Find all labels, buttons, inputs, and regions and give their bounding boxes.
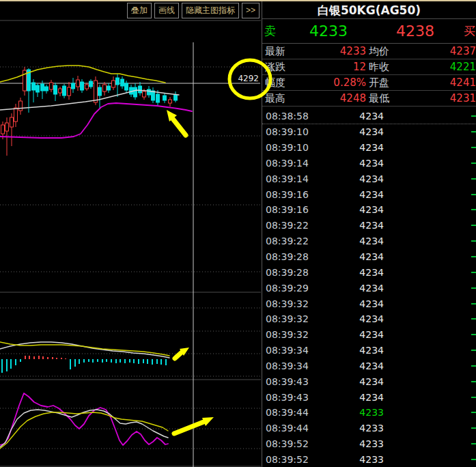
candle-body bbox=[81, 82, 84, 90]
trade-time: 08:39:10 bbox=[262, 126, 325, 137]
candlestick-chart-svg[interactable]: 4292 bbox=[0, 0, 261, 467]
info-label: 最新 bbox=[262, 45, 298, 58]
trade-time: 08:39:14 bbox=[262, 158, 325, 169]
trade-price: 4234 bbox=[325, 345, 384, 356]
trade-volume-dash bbox=[471, 427, 476, 429]
trade-volume-dash bbox=[471, 209, 476, 210]
trade-row: 08:39:164234 bbox=[262, 186, 476, 202]
trade-time: 08:38:58 bbox=[262, 111, 325, 122]
info-value: 4221 bbox=[408, 61, 476, 73]
trade-row: 08:39:324234 bbox=[262, 311, 476, 327]
info-value: 12 bbox=[298, 61, 366, 73]
info-value: 4233 bbox=[298, 45, 366, 57]
trade-price: 4234 bbox=[325, 376, 384, 387]
trade-price: 4234 bbox=[325, 313, 384, 324]
candle-body bbox=[148, 89, 151, 95]
info-label: 均价 bbox=[366, 45, 408, 58]
trade-row: 08:39:444233 bbox=[262, 405, 476, 421]
trade-time: 08:39:32 bbox=[262, 298, 325, 309]
trade-row: 08:39:164234 bbox=[262, 202, 476, 218]
candle-body bbox=[5, 123, 9, 131]
trade-row: 08:39:434234 bbox=[262, 389, 476, 405]
trade-time: 08:39:14 bbox=[262, 173, 325, 184]
trade-price: 4234 bbox=[325, 360, 384, 371]
trade-price: 4234 bbox=[325, 329, 384, 340]
trade-volume-dash bbox=[471, 443, 476, 444]
info-value: 4237 bbox=[408, 45, 476, 57]
info-value: 4231 bbox=[408, 92, 476, 104]
overlay-button[interactable]: 叠加 bbox=[127, 3, 152, 18]
trade-row: 08:39:104234 bbox=[262, 140, 476, 156]
kdj-j-line bbox=[0, 393, 168, 445]
candle-body bbox=[89, 81, 93, 87]
trade-time: 08:39:16 bbox=[262, 189, 325, 200]
trade-time: 08:39:28 bbox=[262, 267, 325, 278]
hide-indicators-button[interactable]: 隐藏主图指标 bbox=[182, 3, 239, 18]
quote-info-row: 涨跌12昨收4221 bbox=[262, 59, 476, 75]
trade-price: 4234 bbox=[325, 298, 384, 309]
trade-row: 08:39:524233 bbox=[262, 436, 476, 452]
trade-time: 08:39:28 bbox=[262, 251, 325, 262]
chart-area[interactable]: 叠加 画线 隐藏主图指标 >> 4292 bbox=[0, 0, 261, 467]
candle-body bbox=[169, 100, 172, 103]
trade-time: 08:39:29 bbox=[262, 283, 325, 294]
trade-volume-dash bbox=[471, 225, 476, 226]
candle-body bbox=[85, 85, 89, 89]
info-label: 涨跌 bbox=[262, 61, 298, 74]
trade-time: 08:39:16 bbox=[262, 204, 325, 215]
trade-volume-dash bbox=[471, 115, 476, 117]
trade-volume-dash bbox=[471, 162, 476, 164]
ask-price[interactable]: 4238 bbox=[377, 23, 453, 40]
info-label: 幅度 bbox=[262, 76, 298, 89]
trade-volume-dash bbox=[471, 397, 476, 398]
candle-body bbox=[103, 85, 107, 91]
trade-volume-dash bbox=[471, 147, 476, 148]
trade-row: 08:39:434234 bbox=[262, 373, 476, 389]
trade-volume-dash bbox=[471, 272, 476, 273]
trade-price: 4233 bbox=[325, 454, 384, 465]
trade-row: 08:39:344234 bbox=[262, 358, 476, 374]
trade-tick-list[interactable]: 08:38:58423408:39:10423408:39:10423408:3… bbox=[262, 109, 476, 467]
candle-body bbox=[107, 86, 111, 90]
trade-volume-dash bbox=[471, 240, 476, 242]
trade-volume-dash bbox=[471, 318, 476, 320]
trade-volume-dash bbox=[471, 287, 476, 289]
candle-body bbox=[94, 81, 98, 102]
info-value: 0.28% bbox=[298, 76, 366, 89]
info-label: 最低 bbox=[366, 92, 408, 105]
trade-time: 08:39:32 bbox=[262, 313, 325, 324]
draw-line-button[interactable]: 画线 bbox=[154, 3, 179, 18]
candle-body bbox=[121, 79, 124, 86]
candle-body bbox=[1, 125, 5, 134]
trade-price: 4234 bbox=[325, 283, 384, 294]
info-value: 4241 bbox=[408, 76, 476, 89]
quote-info-row: 最新4233均价4237 bbox=[262, 44, 476, 59]
trade-volume-dash bbox=[471, 194, 476, 195]
candle-body bbox=[76, 80, 80, 87]
quote-info-row: 最高4248最低4231 bbox=[262, 91, 476, 107]
candle-body bbox=[45, 87, 48, 91]
candle-body bbox=[163, 96, 167, 100]
bid-price[interactable]: 4233 bbox=[280, 23, 377, 40]
trade-row: 08:38:584234 bbox=[262, 109, 476, 124]
trade-row: 08:39:284234 bbox=[262, 249, 476, 265]
trade-time: 08:39:44 bbox=[262, 423, 325, 434]
candle-body bbox=[139, 86, 142, 93]
trade-volume-dash bbox=[471, 459, 476, 460]
candle-body bbox=[19, 101, 23, 111]
trade-row: 08:39:104234 bbox=[262, 124, 476, 140]
trade-volume-dash bbox=[471, 381, 476, 382]
candle-body bbox=[54, 85, 57, 94]
candle-body bbox=[125, 83, 128, 90]
info-value: 4248 bbox=[298, 92, 366, 104]
candle-body bbox=[98, 87, 102, 96]
candle-body bbox=[36, 85, 40, 92]
more-tools-button[interactable]: >> bbox=[242, 3, 260, 18]
trade-time: 08:39:52 bbox=[262, 454, 325, 465]
chart-toolbar: 叠加 画线 隐藏主图指标 >> bbox=[127, 3, 260, 18]
trade-price: 4234 bbox=[325, 126, 384, 137]
trade-price: 4234 bbox=[325, 236, 384, 246]
trade-time: 08:39:44 bbox=[262, 407, 325, 418]
trade-volume-dash bbox=[471, 256, 476, 257]
trade-row: 08:39:324234 bbox=[262, 296, 476, 311]
